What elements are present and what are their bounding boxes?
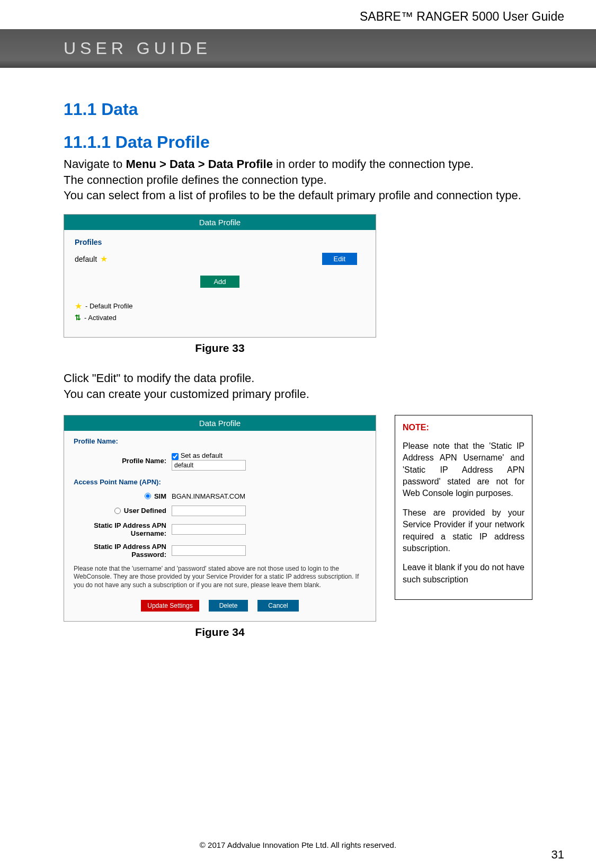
edit-button[interactable]: Edit [322,253,357,265]
intro-paragraph: Navigate to Menu > Data > Data Profile i… [64,156,532,203]
figure-34-caption: Figure 34 [64,626,376,639]
intro-line1-post: in order to modify the connection type. [273,157,474,171]
profile-name-section: Profile Name: [74,437,366,445]
star-icon: ★ [75,301,82,311]
legend-activated-text: - Activated [84,314,117,322]
copyright-footer: © 2017 Addvalue Innovation Pte Ltd. All … [0,840,596,849]
figure-33-caption: Figure 33 [64,342,376,355]
profile-name-input[interactable] [172,460,246,471]
profile-name-label: Profile Name: [74,457,166,465]
mid-line1: Click "Edit" to modify the data profile. [64,371,254,385]
section-heading-data-profile: 11.1.1 Data Profile [64,132,532,152]
activated-icon: ⇅ [75,313,81,322]
intro-line3: You can select from a list of profiles t… [64,189,521,202]
profile-name: default [75,255,97,263]
intro-line1-pre: Navigate to [64,157,126,171]
set-default-checkbox[interactable] [172,453,179,460]
add-button[interactable]: Add [200,276,239,288]
screenshot2-title: Data Profile [64,415,376,431]
screenshot1-title: Data Profile [64,215,376,230]
delete-button[interactable]: Delete [209,600,248,612]
static-password-label: Static IP Address APN Password: [74,543,166,559]
content-area: 11.1 Data 11.1.1 Data Profile Navigate t… [0,68,596,639]
user-defined-input[interactable] [172,506,246,516]
legend-activated: ⇅ - Activated [75,313,365,322]
mid-line2: You can create your customized primary p… [64,387,309,401]
note-title: NOTE: [403,422,524,433]
note-p1: Please note that the 'Static IP Address … [403,440,524,500]
profiles-section-label: Profiles [75,238,365,246]
user-guide-banner: USER GUIDE [0,29,596,68]
set-default-label: Set as default [181,451,223,459]
legend-default-profile: ★ - Default Profile [75,301,365,311]
legend-default-text: - Default Profile [85,302,133,310]
static-password-input[interactable] [172,545,246,556]
screenshot2-note: Please note that the 'username' and 'pas… [74,565,366,590]
document-header: SABRE™ RANGER 5000 User Guide [0,0,596,29]
section-heading-data: 11.1 Data [64,100,532,119]
sim-label: SIM [154,492,166,500]
screenshot-data-profile-edit: Data Profile Profile Name: Profile Name:… [64,415,376,622]
static-username-label: Static IP Address APN Username: [74,521,166,537]
intro-line1-bold: Menu > Data > Data Profile [126,157,273,171]
cancel-button[interactable]: Cancel [257,600,298,612]
note-box: NOTE: Please note that the 'Static IP Ad… [395,415,532,600]
profile-row: default ★ Edit [75,253,365,265]
page-number: 31 [551,848,564,862]
apn-section: Access Point Name (APN): [74,478,366,486]
mid-paragraph: Click "Edit" to modify the data profile.… [64,370,532,402]
static-username-input[interactable] [172,524,246,535]
intro-line2: The connection profile defines the conne… [64,173,327,187]
user-defined-radio[interactable] [114,508,121,514]
update-settings-button[interactable]: Update Settings [141,600,199,612]
note-p3: Leave it blank if you do not have such s… [403,562,524,586]
sim-value: BGAN.INMARSAT.COM [172,492,366,500]
screenshot-data-profile-list: Data Profile Profiles default ★ Edit Add… [64,214,376,338]
star-icon: ★ [100,254,108,264]
sim-radio[interactable] [145,493,151,499]
user-defined-label: User Defined [124,507,166,515]
note-p2: These are provided by your Service Provi… [403,507,524,555]
